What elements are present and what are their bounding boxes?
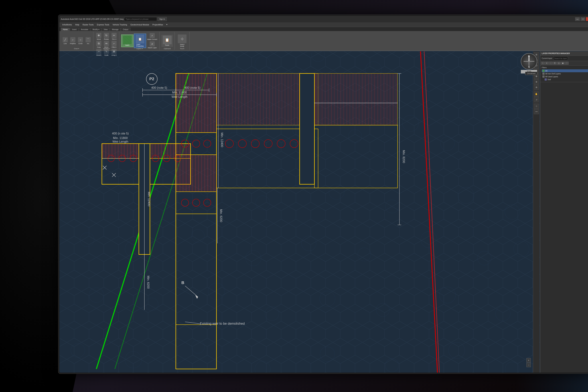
- stretch-label: Stretch: [96, 54, 102, 56]
- tab-manage[interactable]: Manage: [110, 28, 120, 31]
- tab-insert[interactable]: Insert: [70, 28, 79, 31]
- tab-modify[interactable]: Modify ▾: [91, 28, 101, 31]
- filter-non-xref[interactable]: All non-Xref Layers: [542, 72, 588, 75]
- layers-group-label: Layers ▾: [136, 48, 143, 50]
- filter-all-label: All: [545, 70, 547, 72]
- select-mode-button[interactable]: ⊹ SelectMode: [177, 34, 187, 48]
- polyline-button[interactable]: ⌐ Polyline: [69, 37, 77, 45]
- menu-infraworks[interactable]: InfraWorks: [61, 23, 73, 26]
- compass-needle-h: [523, 61, 534, 62]
- layers-buttons: Hatch 📋 LayerProperties ✔ Make Current ⇄: [121, 32, 158, 49]
- ribbon-tabs: Home Insert Annotate Modify ▾ View Manag…: [59, 27, 588, 31]
- svg-text:Weir Length: Weir Length: [112, 140, 128, 143]
- filter-all[interactable]: All: [542, 69, 588, 72]
- rt-btn-zoom-extent[interactable]: ⊿: [534, 97, 539, 102]
- svg-text:Min. 6200: Min. 6200: [147, 276, 150, 288]
- paste-label: Paste: [165, 44, 169, 46]
- copy-label: Copy: [97, 46, 101, 48]
- minimize-button[interactable]: —: [575, 17, 580, 21]
- mirror-icon: ⇔: [104, 41, 109, 46]
- filter-used-icon: [542, 76, 544, 78]
- tab-output[interactable]: Output: [121, 28, 130, 31]
- compass-south: S: [528, 66, 530, 68]
- hatch-button[interactable]: Hatch: [121, 34, 134, 47]
- layer-settings-button[interactable]: ☰: [553, 62, 556, 64]
- layer-properties-button[interactable]: 📋 LayerProperties: [134, 34, 146, 48]
- paste-button[interactable]: 📋 Paste: [161, 35, 173, 47]
- layer-properties-label: LayerProperties: [136, 43, 144, 47]
- trim-button[interactable]: ✂ Trim ▾: [110, 32, 118, 40]
- close-button[interactable]: ✕: [586, 17, 588, 21]
- menu-express-tools[interactable]: Express Tools: [96, 23, 111, 26]
- sign-in-button[interactable]: Sign In: [158, 17, 167, 21]
- svg-text:Min. 11800: Min. 11800: [172, 91, 187, 94]
- ribbon-group-draw: ╱ Line ⌐ Polyline ○ Circle ⌒ Arc: [60, 32, 93, 50]
- title-bar: Autodesk AutoCAD Civil 3D 2018 LFD-ARP-Z…: [59, 16, 588, 22]
- ribbon-group-clipboard: 📋 Paste Clipboard: [160, 32, 175, 50]
- array-button[interactable]: ⊞ Array ▾: [110, 48, 118, 56]
- menu-more[interactable]: ▾: [165, 23, 169, 26]
- layer-add-button[interactable]: +: [541, 62, 544, 64]
- circle-button[interactable]: ○ Circle: [77, 37, 84, 45]
- menu-vehicle-tracking[interactable]: Vehicle Tracking: [111, 23, 129, 26]
- layer-view-button[interactable]: ◫: [557, 62, 560, 64]
- rt-btn-7[interactable]: ⊕: [534, 85, 539, 90]
- filter-xref[interactable]: Xref: [542, 78, 588, 81]
- select-mode-icon: ⊹: [178, 34, 187, 43]
- keyword-search[interactable]: [124, 17, 157, 21]
- clipboard-buttons: 📋 Paste: [161, 32, 173, 49]
- menu-projectwise[interactable]: ProjectWise: [151, 23, 165, 26]
- rt-btn-pan[interactable]: ✋: [534, 92, 539, 96]
- svg-rect-74: [176, 74, 216, 133]
- layer-search-input[interactable]: [553, 56, 568, 60]
- rt-btn-9[interactable]: ⊶: [534, 109, 539, 114]
- menu-geotechnical[interactable]: Geotechnical Module: [129, 23, 151, 26]
- fillet-icon: ⌐: [112, 41, 117, 46]
- layer-more-button[interactable]: ⋮: [565, 62, 568, 64]
- layer-refresh-button[interactable]: ▣: [561, 62, 564, 64]
- layer-filters-section: Filters All All non-Xref Layers All Used…: [540, 66, 588, 82]
- trim-label: Trim ▾: [112, 38, 116, 40]
- svg-text:400 (note 5): 400 (note 5): [185, 86, 201, 89]
- tab-view[interactable]: View: [102, 28, 110, 31]
- layer-delete-button[interactable]: ✕: [545, 62, 548, 64]
- tab-home[interactable]: Home: [61, 28, 70, 31]
- rotate-button[interactable]: ↻ Rotate: [103, 32, 110, 40]
- cad-drawing-area[interactable]: P2 400 (note 5) 400 (note 5) Min. 11800 …: [59, 51, 540, 372]
- arc-button[interactable]: ⌒ Arc: [85, 37, 92, 45]
- svg-text:Min. 12400: Min. 12400: [148, 192, 151, 206]
- modify-buttons-row2: ⧉ Copy ⇔ Mirror ⌐ Fillet ▾: [95, 40, 118, 48]
- maximize-button[interactable]: □: [580, 17, 585, 21]
- make-current-button[interactable]: ✔ Make Current: [147, 33, 158, 41]
- draw-buttons: ╱ Line ⌐ Polyline ○ Circle ⌒ Arc: [62, 32, 92, 49]
- mirror-button[interactable]: ⇔ Mirror: [103, 40, 110, 48]
- rt-btn-8[interactable]: ⊹: [534, 104, 539, 109]
- svg-text:Min. 6200: Min. 6200: [220, 209, 223, 222]
- zoom-out-button[interactable]: −: [526, 363, 531, 367]
- copy-button[interactable]: ⧉ Copy: [95, 40, 103, 48]
- layer-properties-icon: 📋: [136, 35, 144, 43]
- svg-text:400 (note 5): 400 (note 5): [151, 86, 167, 89]
- filter-used[interactable]: All Used Layers: [542, 75, 588, 78]
- svg-text:Min. 8200: Min. 8200: [402, 150, 405, 163]
- move-button[interactable]: ✥ Move: [95, 32, 103, 40]
- line-button[interactable]: ╱ Line: [62, 37, 69, 45]
- copy-icon: ⧉: [96, 41, 101, 46]
- rt-btn-6[interactable]: ⊗: [534, 79, 539, 84]
- zoom-in-button[interactable]: +: [526, 358, 531, 362]
- scale-label: Scale: [104, 54, 109, 56]
- zoom-controls: + −: [526, 358, 531, 367]
- filter-xref-label: Xref: [547, 78, 551, 80]
- fillet-button[interactable]: ⌐ Fillet ▾: [110, 40, 118, 48]
- svg-rect-79: [176, 155, 216, 192]
- menu-help[interactable]: Help: [74, 23, 81, 26]
- compass-widget: N S TOP: [521, 53, 537, 74]
- match-layer-button[interactable]: ⇄ Match Layer: [147, 41, 158, 49]
- stretch-button[interactable]: ↔ Stretch: [95, 48, 103, 56]
- tab-annotate[interactable]: Annotate: [79, 28, 90, 31]
- layer-up-button[interactable]: ↑: [549, 62, 552, 64]
- scale-button[interactable]: ⤡ Scale: [103, 48, 110, 56]
- svg-rect-95: [314, 74, 397, 125]
- touch-buttons: ⊹ SelectMode: [177, 32, 187, 49]
- menu-raster-tools[interactable]: Raster Tools: [81, 23, 95, 26]
